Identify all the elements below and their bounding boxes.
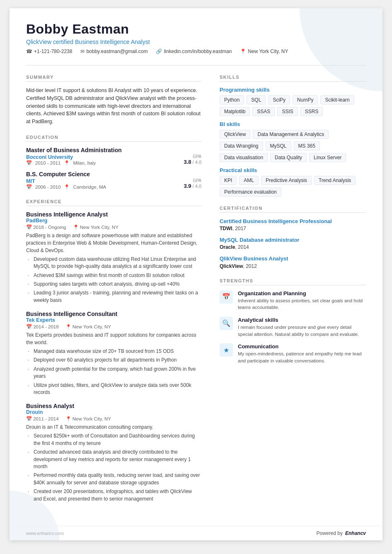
edu-row-2: MIT 📅 2006 - 2010 📍 Cambridge, MA GPA	[26, 178, 201, 190]
strength-text-2: Analytical skills I remain focused under…	[238, 317, 366, 338]
strength-text-1: Organization and Planning Inherent abili…	[238, 290, 366, 311]
exp-bullet-2-2: ·Deployed over 60 analytics projects for…	[28, 357, 201, 364]
footer-brand: Powered by Enhancv	[317, 530, 366, 536]
skill-ms365: MS 365	[294, 141, 320, 151]
skill-scikitlearn: Scikit-learn	[320, 95, 354, 104]
edu-meta-2: 📅 2006 - 2010 📍 Cambridge, MA	[26, 184, 106, 190]
resume-body: SUMMARY Mid-tier level IT support & solu…	[10, 66, 382, 526]
certification-section: CERTIFICATION Certified Business Intelli…	[220, 206, 366, 269]
search-icon: 🔍	[220, 317, 233, 330]
skill-data-mgmt: Data Management & Analytics	[253, 130, 329, 139]
skill-kpi: KPI	[220, 176, 237, 185]
skill-data-viz: Data visualisation	[220, 153, 268, 162]
exp-company-3: Drouin	[26, 409, 201, 415]
strengths-title: STRENGTHS	[220, 278, 366, 285]
strength-title-3: Communication	[238, 343, 366, 350]
skill-ssis: SSIS	[277, 107, 298, 116]
edu-right-2: GPA 3.9 / 4.0	[184, 178, 201, 189]
exp-desc-2: Tek Experts provides business and IT sup…	[26, 331, 201, 346]
experience-title: EXPERIENCE	[26, 199, 201, 206]
cert-name-1: Certified Business Intelligence Professi…	[220, 218, 366, 225]
experience-section: EXPERIENCE Business Intelligence Analyst…	[26, 199, 201, 503]
skill-data-quality: Data Quality	[270, 153, 307, 162]
exp-desc-3: Drouin is an IT & Telecommunication cons…	[26, 423, 201, 431]
exp-bullet-3-4: ·Created over 200 presentations, infogra…	[28, 488, 201, 503]
candidate-name: Bobby Eastman	[26, 22, 366, 37]
skill-sql: SQL	[247, 95, 266, 104]
exp-meta-1: 📅 2018 - Ongoing 📍 New York City, NY	[26, 224, 201, 230]
email-icon: ✉	[80, 49, 85, 54]
star-icon: ★	[220, 343, 233, 357]
exp-title-1: Business Intelligence Analyst	[26, 211, 201, 218]
education-title: EDUCATION	[26, 135, 201, 142]
skill-python: Python	[220, 95, 244, 104]
brand-logo: Enhancv	[345, 530, 366, 536]
exp-bullet-1-1: ·Developed custom data warehouse utilizi…	[28, 256, 201, 270]
contact-linkedin: 🔗 linkedin.com/in/bobby.eastman	[156, 49, 232, 54]
skill-qlickview: QlickView	[220, 130, 250, 139]
programming-skills-label: Programming skills	[220, 87, 366, 93]
skills-title: SKILLS	[220, 75, 366, 82]
skill-data-wrangling: Data Wrangling	[220, 141, 263, 151]
skill-mysql: MySQL	[266, 141, 291, 151]
edu-meta-1: 📅 2010 - 2011 📍 Milan, Italy	[26, 160, 96, 166]
skill-trend: Trend Analysis	[314, 176, 356, 185]
cert-issuer-3: QlickView, 2012	[220, 263, 366, 269]
education-entry-2: B.S. Computer Science MIT 📅 2006 - 2010 …	[26, 171, 201, 190]
summary-title: SUMMARY	[26, 75, 201, 82]
cert-entry-2: MySQL Database administrator Oracle, 201…	[220, 236, 366, 250]
edu-school-1: Bocconi University	[26, 154, 96, 160]
exp-bullet-1-2: ·Achieved $3M savings within first month…	[28, 272, 201, 279]
edu-degree-1: Master of Business Administration	[26, 147, 201, 153]
edu-pin-icon-2: 📍	[64, 184, 70, 190]
exp-title-3: Business Analyst	[26, 403, 201, 409]
education-section: EDUCATION Master of Business Administrat…	[26, 135, 201, 190]
edu-right-1: GPA 3.8 / 4.0	[184, 154, 201, 165]
resume-wrapper: Bobby Eastman QlickView certified Busine…	[10, 8, 382, 540]
skill-ssrs: SSRS	[300, 107, 323, 116]
powered-by-text: Powered by	[317, 530, 343, 536]
candidate-subtitle: QlickView certified Business Intelligenc…	[26, 39, 366, 45]
certification-title: CERTIFICATION	[220, 206, 366, 213]
resume-header: Bobby Eastman QlickView certified Busine…	[10, 8, 382, 61]
practical-skills-label: Practical skills	[220, 167, 366, 173]
practical-skill-tags: KPI AML Predictive Analysis Trend Analys…	[220, 176, 366, 197]
contact-location: 📍 New York City, NY	[240, 49, 288, 54]
exp-bullets-1: ·Developed custom data warehouse utilizi…	[26, 256, 201, 304]
skill-aml: AML	[239, 176, 259, 185]
strength-entry-3: ★ Communication My open-mindedness, pati…	[220, 343, 366, 364]
exp-company-2: Tek Experts	[26, 317, 201, 323]
contact-row: ☎ +1-121-780-2238 ✉ bobby.eastman@gmail.…	[26, 49, 366, 54]
right-column: SKILLS Programming skills Python SQL Sci…	[213, 66, 366, 509]
exp-bullet-2-3: ·Analyzed growth potential for the compa…	[28, 366, 201, 380]
footer-website: www.enhancv.com	[26, 531, 64, 536]
summary-section: SUMMARY Mid-tier level IT support & solu…	[26, 75, 201, 126]
strength-text-3: Communication My open-mindedness, patien…	[238, 343, 366, 364]
exp-bullet-3-2: ·Conducted advanced data analysis and di…	[28, 449, 201, 470]
exp-bullet-1-3: ·Supporting sales targets with cohort an…	[28, 281, 201, 288]
summary-text: Mid-tier level IT support & solutions BI…	[26, 87, 201, 126]
resume-content: Bobby Eastman QlickView certified Busine…	[10, 8, 382, 540]
contact-phone: ☎ +1-121-780-2238	[26, 49, 72, 54]
exp-bullet-3-1: ·Secured $250k+ worth of Consultation an…	[28, 433, 201, 447]
contact-email: ✉ bobby.eastman@gmail.com	[80, 49, 148, 54]
cert-name-2: MySQL Database administrator	[220, 236, 366, 244]
strength-entry-2: 🔍 Analytical skills I remain focused und…	[220, 317, 366, 338]
edu-left-2: MIT 📅 2006 - 2010 📍 Cambridge, MA	[26, 178, 106, 190]
edu-row-1: Bocconi University 📅 2010 - 2011 📍 Milan…	[26, 154, 201, 166]
cert-issuer-2: Oracle, 2014	[220, 244, 366, 250]
link-icon: 🔗	[156, 49, 162, 54]
left-column: SUMMARY Mid-tier level IT support & solu…	[26, 66, 213, 509]
exp-bullets-2: ·Managed data warehouse size of 20+ TB s…	[26, 348, 201, 396]
edu-calendar-icon-1: 📅	[26, 160, 32, 166]
location-icon: 📍	[240, 49, 246, 54]
programming-skill-tags: Python SQL SciPy NumPy Scikit-learn Matp…	[220, 95, 366, 116]
exp-bullet-3-3: ·Performed monthly data quality tests, r…	[28, 472, 201, 486]
exp-bullet-1-4: ·Leading 3 junior analysts - training, p…	[28, 289, 201, 304]
cert-name-3: QlikView Business Analyst	[220, 255, 366, 262]
cert-entry-3: QlikView Business Analyst QlickView, 201…	[220, 255, 366, 269]
calendar-icon: 📅	[220, 290, 233, 304]
strength-desc-2: I remain focused under pressure and give…	[238, 324, 366, 338]
skill-matplotlib: Matplotlib	[220, 107, 250, 116]
experience-entry-1: Business Intelligence Analyst PadBerg 📅 …	[26, 211, 201, 304]
